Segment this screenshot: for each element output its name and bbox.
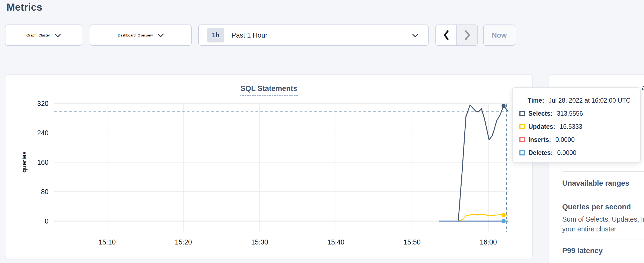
tooltip-series-swatch	[519, 137, 525, 142]
tooltip-series-value: 0.0000	[557, 149, 576, 157]
divider	[562, 196, 644, 196]
tooltip-series-name: Updates:	[528, 123, 555, 130]
hover-dot-deletes	[501, 219, 505, 223]
time-range-label: Past 1 Hour	[231, 31, 267, 39]
hover-dot-selects	[501, 104, 505, 108]
tooltip-series-value: 16.5333	[559, 123, 582, 130]
tooltip-series-name: Inserts:	[528, 136, 551, 143]
tooltip-series-swatch	[519, 150, 525, 155]
time-range-selector[interactable]: 1h Past 1 Hour	[198, 25, 429, 46]
graph-selector-label: Graph: Cluster	[26, 33, 50, 37]
chevron-down-icon	[158, 34, 164, 38]
tooltip-time-label: Time:	[528, 97, 544, 104]
y-tick-label: 160	[37, 158, 49, 166]
prev-time-button[interactable]	[436, 25, 456, 45]
hover-dot-updates	[501, 213, 505, 217]
chevron-left-icon	[443, 30, 449, 40]
x-tick-label: 15:20	[175, 238, 192, 246]
time-nav-group	[435, 25, 478, 46]
series-line-selects	[458, 105, 508, 221]
tooltip-series-row: Inserts: 0.0000	[513, 133, 640, 146]
divider	[562, 171, 644, 172]
sql-statements-chart[interactable]: 08016024032015:1015:2015:3015:4015:5016:…	[5, 75, 532, 259]
x-tick-label: 15:30	[251, 238, 268, 246]
tooltip-series-row: Deletes: 0.0000	[513, 146, 640, 159]
tooltip-series-row: Selects: 313.5556	[513, 107, 640, 120]
tooltip-series-value: 313.5556	[557, 110, 583, 117]
graph-selector[interactable]: Graph: Cluster	[5, 25, 82, 46]
x-tick-label: 15:50	[404, 238, 421, 246]
chevron-down-icon	[55, 34, 61, 38]
sql-statements-card: SQL Statements queries 08016024032015:10…	[5, 74, 533, 259]
tooltip-series-row: Updates: 16.5333	[513, 120, 640, 133]
y-tick-label: 240	[37, 129, 49, 137]
tooltip-series-name: Selects:	[528, 110, 552, 117]
next-time-button[interactable]	[456, 25, 477, 45]
y-tick-label: 0	[45, 217, 49, 225]
x-tick-label: 15:40	[327, 238, 345, 246]
tooltip-series-name: Deletes:	[528, 149, 553, 157]
page-title: Metrics	[7, 2, 42, 13]
now-button[interactable]: Now	[483, 25, 515, 46]
sidebar-stat-p99-latency: P99 latency	[562, 247, 603, 255]
x-tick-label: 16:00	[480, 238, 497, 246]
chart-tooltip: Time: Jul 28, 2022 at 16:02:00 UTC Selec…	[512, 87, 641, 163]
chevron-down-icon	[412, 34, 418, 38]
tooltip-time-row: Time: Jul 28, 2022 at 16:02:00 UTC	[513, 94, 640, 107]
x-tick-label: 15:10	[99, 238, 116, 246]
tooltip-series-value: 0.0000	[555, 136, 574, 143]
tooltip-series-swatch	[519, 111, 525, 116]
y-tick-label: 320	[37, 100, 49, 107]
tooltip-series-swatch	[519, 124, 525, 129]
clipped-heading-fragment: a	[642, 84, 644, 92]
tooltip-time-value: Jul 28, 2022 at 16:02:00 UTC	[549, 97, 630, 104]
y-tick-label: 80	[41, 188, 49, 195]
dashboard-selector[interactable]: Dashboard: Overview	[90, 25, 192, 46]
sidebar-stat-unavailable-ranges: Unavailable ranges	[562, 179, 629, 188]
chevron-right-icon	[464, 30, 470, 40]
sidebar-stat-queries-per-second: Queries per second	[562, 203, 631, 211]
sidebar-stat-description-line: Sum of Selects, Updates, Inser	[562, 215, 644, 223]
divider	[562, 240, 644, 240]
sidebar-stat-description-line: your entire cluster.	[562, 225, 618, 233]
dashboard-selector-label: Dashboard: Overview	[118, 33, 153, 37]
time-range-badge: 1h	[207, 28, 224, 42]
series-line-updates	[458, 215, 508, 221]
